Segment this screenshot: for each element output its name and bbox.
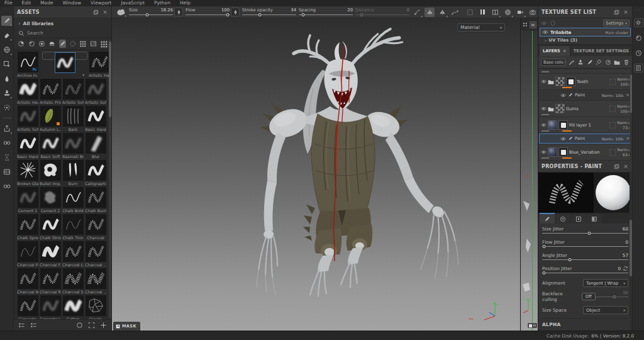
layer-thumbnail[interactable] [555, 77, 565, 86]
snap-toggle-icon[interactable] [465, 8, 475, 17]
brush-asset[interactable]: Chalk Burn... [85, 187, 106, 213]
slider-track[interactable] [129, 13, 173, 16]
brush-asset[interactable]: Cement 2 [40, 187, 61, 213]
brush-asset[interactable]: Charcoal N... [17, 268, 38, 295]
brush-asset[interactable]: Basic Soft [40, 133, 61, 159]
camera-mode-icon[interactable]: ▾ [515, 8, 525, 17]
mask-tab[interactable]: MASK [113, 322, 140, 331]
property-slider[interactable]: Size Jitter 60 [542, 225, 628, 235]
layer-row[interactable]: Teeth Norm 100 [539, 74, 631, 89]
particle-tool-icon[interactable] [1, 103, 12, 113]
size-space-select[interactable]: Object [583, 306, 628, 314]
stencil-card-icon[interactable] [1, 167, 12, 177]
brush-asset[interactable]: Artistic Bru... [42, 52, 87, 60]
filter-smart-masks-icon[interactable] [38, 40, 45, 48]
effect-close-icon[interactable]: × [626, 136, 630, 141]
property-slider-track[interactable] [542, 258, 628, 262]
slider-handle[interactable] [258, 13, 262, 16]
shader-mode-select[interactable]: Material [457, 23, 505, 31]
brush-stamp-icon[interactable]: ▾ [115, 8, 126, 17]
effect-blend-select[interactable]: Norm [602, 137, 614, 141]
layers-scrollbar[interactable] [630, 69, 632, 161]
opacity-select[interactable]: 73 [623, 125, 630, 130]
screenshot-camera-icon[interactable] [528, 8, 538, 17]
close-icon[interactable] [623, 9, 629, 15]
layer-eye-icon[interactable] [541, 106, 547, 111]
menu-item[interactable]: Python [154, 0, 170, 6]
tab-layers[interactable]: LAYERS [540, 46, 570, 56]
tab-stencil-icon[interactable] [571, 214, 586, 224]
layer-reference-box[interactable] [609, 149, 616, 156]
layer-thumbnail[interactable] [548, 120, 557, 130]
randomize-icon[interactable] [623, 266, 628, 271]
eraser-tool-icon[interactable]: ▾ [1, 30, 12, 40]
brush-asset[interactable]: Cement 1 [17, 187, 38, 213]
slider-handle[interactable] [146, 13, 149, 16]
undock-icon[interactable] [92, 9, 99, 15]
list-thumbnails-icon[interactable] [30, 321, 38, 329]
tab-material-icon[interactable] [587, 214, 602, 224]
filter-alphas-icon[interactable] [69, 40, 76, 48]
add-folder-icon[interactable] [614, 59, 620, 66]
brush-asset[interactable]: Charcoal R... [40, 268, 61, 295]
lazy-mouse-icon[interactable] [450, 8, 460, 17]
layer-thumbnail[interactable] [555, 104, 565, 113]
slider-handle[interactable] [301, 13, 304, 16]
brush-asset[interactable]: Artistic Hea... [17, 79, 38, 105]
close-icon[interactable] [623, 163, 629, 169]
brush-asset[interactable]: Artistic Hair... [89, 52, 110, 78]
texture-set-row[interactable]: Trilobite Main shader [540, 28, 631, 37]
filter-filters-icon[interactable] [48, 40, 55, 48]
eye-icon[interactable] [542, 29, 548, 35]
brush-asset[interactable]: Artistic Print [40, 79, 61, 105]
property-slider-track[interactable] [542, 271, 628, 275]
brush-asset[interactable]: Bullet Imp... [40, 160, 61, 186]
import-frame-icon[interactable] [87, 321, 96, 329]
brush-asset[interactable]: Chalk Spre... [17, 214, 38, 241]
solo-eye-icon[interactable] [550, 20, 556, 26]
properties-scrollbar[interactable] [630, 173, 632, 331]
menu-item[interactable]: Window [63, 0, 82, 6]
falloff-curve-icon[interactable]: ▾ [412, 8, 422, 17]
effect-opacity-select[interactable]: 100 [615, 93, 624, 98]
slider-track[interactable] [355, 13, 409, 16]
brush-asset[interactable]: Concrete L... [40, 295, 61, 319]
pressure-toggle-icon[interactable] [231, 8, 240, 16]
property-slider[interactable]: Angle Jitter 57 [542, 252, 628, 262]
log-icon[interactable] [634, 64, 643, 72]
brush-asset[interactable]: Calligraphic [85, 160, 106, 186]
undock-icon[interactable] [613, 9, 619, 15]
menu-item[interactable]: Help [180, 0, 191, 6]
viewport-3d[interactable]: Material MASK [112, 18, 520, 331]
property-slider-handle[interactable] [542, 271, 545, 275]
dock-options-icon[interactable] [522, 21, 528, 28]
add-smart-material-icon[interactable] [577, 59, 584, 66]
blend-mode-select[interactable]: Norm [617, 147, 630, 152]
brush-asset[interactable]: Charcoal S... [62, 268, 84, 295]
clone-stamp-tool-icon[interactable]: ▾ [1, 88, 12, 98]
uv-tiles-row[interactable]: UV Tiles (3) [538, 37, 632, 45]
panel-handle[interactable]: ···· [3, 8, 11, 11]
bake-icon[interactable] [1, 152, 12, 162]
panel-handle[interactable]: ·· [636, 8, 640, 12]
effect-eye-icon[interactable] [560, 93, 566, 98]
brush-asset[interactable]: Autumn L... [40, 106, 61, 132]
add-resource-icon[interactable] [99, 321, 108, 329]
paint-brush-tool-icon[interactable]: ▾ [1, 16, 12, 26]
blend-mode-select[interactable]: Norm [617, 104, 630, 109]
layer-reference-box[interactable] [609, 79, 616, 85]
assets-scrollbar[interactable] [109, 40, 111, 318]
backface-culling-toggle[interactable]: Off [582, 293, 596, 300]
opacity-select[interactable]: 100 [620, 109, 630, 114]
grid-view-icon[interactable] [100, 40, 108, 48]
library-selector[interactable]: All libraries [14, 18, 111, 28]
filter-textures-icon[interactable] [79, 40, 86, 48]
effect-opacity-select[interactable]: 100 [615, 137, 624, 141]
brush-asset[interactable]: Basmati Br... [62, 133, 84, 159]
brush-asset[interactable]: Artistic Soft... [85, 79, 106, 105]
property-slider-handle[interactable] [568, 258, 571, 261]
polygon-fill-tool-icon[interactable] [1, 59, 12, 69]
brush-asset[interactable]: Chalk Bold [62, 187, 84, 213]
menu-item[interactable]: Mode [40, 0, 53, 6]
projection-tool-icon[interactable]: ▾ [1, 45, 12, 55]
